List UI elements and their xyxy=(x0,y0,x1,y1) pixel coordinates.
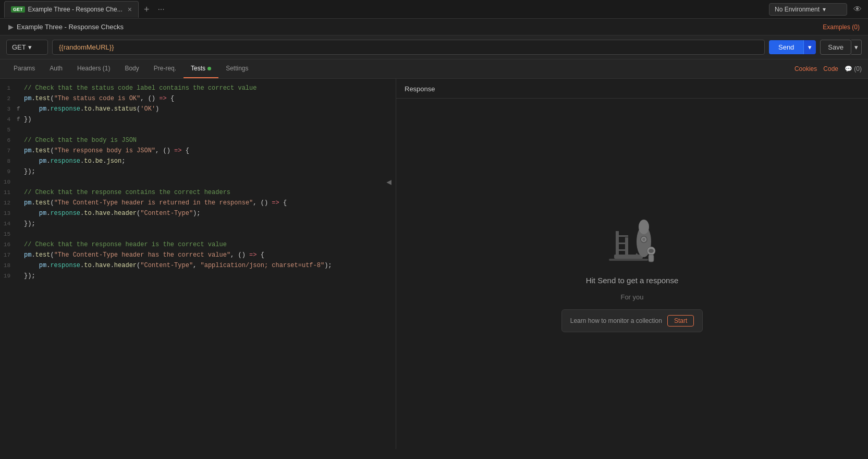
tab-auth[interactable]: Auth xyxy=(42,59,70,78)
add-tab-button[interactable]: + xyxy=(140,5,154,14)
line-prefix: f xyxy=(17,114,24,125)
code-line: 5 xyxy=(0,125,396,135)
response-panel-title: Response xyxy=(405,85,860,98)
line-number: 11 xyxy=(2,187,17,198)
line-code: pm.response.to.be.json; xyxy=(24,156,125,166)
tab-headers[interactable]: Headers (1) xyxy=(70,59,117,78)
line-number: 19 xyxy=(2,271,17,281)
line-code: pm.test("The Content-Type header is retu… xyxy=(24,198,287,208)
line-number: 3 xyxy=(2,104,17,114)
tests-code-editor[interactable]: 1// Check that the status code label con… xyxy=(0,79,396,449)
code-lines: 1// Check that the status code label con… xyxy=(0,79,396,285)
svg-rect-4 xyxy=(616,235,628,237)
code-line: 16// Check that the response header is t… xyxy=(0,239,396,250)
line-number: 15 xyxy=(2,229,17,239)
svg-rect-1 xyxy=(609,259,648,261)
code-line: 9}); xyxy=(0,166,396,177)
examples-link[interactable]: Examples (0) xyxy=(823,23,860,31)
code-link[interactable]: Code xyxy=(823,65,838,73)
environment-selector[interactable]: No Environment ▾ xyxy=(769,3,847,16)
tab-tests-active-dot xyxy=(207,67,211,70)
url-input[interactable] xyxy=(52,40,765,55)
line-number: 2 xyxy=(2,93,17,104)
more-tabs-button[interactable]: ··· xyxy=(153,5,168,14)
line-prefix: f xyxy=(17,104,24,114)
line-number: 9 xyxy=(2,166,17,177)
line-number: 7 xyxy=(2,146,17,156)
request-row: GET ▾ Send ▾ Save ▾ xyxy=(0,35,868,59)
comments-link[interactable]: 💬 (0) xyxy=(845,65,862,73)
method-selector[interactable]: GET ▾ xyxy=(6,40,48,55)
line-number: 14 xyxy=(2,219,17,229)
code-line: 17pm.test("The Content-Type header has t… xyxy=(0,250,396,260)
monitor-collection-text: Learn how to monitor a collection xyxy=(570,317,662,324)
svg-rect-5 xyxy=(616,243,628,244)
send-button[interactable]: Send xyxy=(769,40,803,54)
line-code: pm.test("The Content-Type header has the… xyxy=(24,250,264,260)
tab-body[interactable]: Body xyxy=(117,59,146,78)
line-code: // Check that the body is JSON xyxy=(24,135,137,146)
code-line: 6// Check that the body is JSON xyxy=(0,135,396,146)
line-code: }); xyxy=(24,219,35,229)
line-number: 5 xyxy=(2,125,17,135)
code-line: 19}); xyxy=(0,271,396,281)
tab-title: Example Three - Response Che... xyxy=(28,6,123,13)
svg-rect-6 xyxy=(616,249,628,251)
svg-point-10 xyxy=(642,238,645,241)
save-dropdown-button[interactable]: ▾ xyxy=(851,40,862,55)
code-line: 12pm.test("The Content-Type header is re… xyxy=(0,198,396,208)
code-line: 4f}) xyxy=(0,114,396,125)
line-number: 16 xyxy=(2,239,17,250)
response-empty-state: Hit Send to get a response For you Learn… xyxy=(396,99,868,449)
line-number: 13 xyxy=(2,208,17,219)
request-tabs-row: Params Auth Headers (1) Body Pre-req. Te… xyxy=(0,59,868,79)
line-code: // Check that the response contains the … xyxy=(24,187,230,198)
breadcrumb-row: ▶ Example Three - Response Checks Exampl… xyxy=(0,19,868,35)
save-button[interactable]: Save xyxy=(820,40,851,55)
tab-tests[interactable]: Tests xyxy=(184,59,218,78)
tab-close-icon[interactable]: × xyxy=(128,5,132,14)
method-dropdown-arrow-icon: ▾ xyxy=(28,43,32,51)
line-code: }); xyxy=(24,271,35,281)
line-code: pm.response.to.have.header("Content-Type… xyxy=(24,260,332,271)
line-code: }) xyxy=(24,114,31,125)
line-code: }); xyxy=(24,166,35,177)
tab-method-badge: GET xyxy=(11,6,25,13)
monitor-collection-card: Learn how to monitor a collection Start xyxy=(561,309,703,332)
svg-rect-12 xyxy=(649,255,654,262)
code-line: 14}); xyxy=(0,219,396,229)
line-number: 17 xyxy=(2,250,17,260)
code-line: 3f pm.response.to.have.status('OK') xyxy=(0,104,396,114)
svg-point-8 xyxy=(639,220,649,234)
line-code: // Check that the status code label cont… xyxy=(24,83,256,93)
code-line: 15 xyxy=(0,229,396,239)
line-number: 6 xyxy=(2,135,17,146)
tab-params[interactable]: Params xyxy=(6,59,42,78)
method-label: GET xyxy=(12,43,26,51)
line-code: pm.test("The status code is OK", () => { xyxy=(24,93,174,104)
code-line: 8 pm.response.to.be.json; xyxy=(0,156,396,166)
start-monitor-button[interactable]: Start xyxy=(667,315,694,327)
response-panel: Response xyxy=(396,79,868,449)
line-number: 4 xyxy=(2,114,17,125)
line-code: pm.response.to.have.status('OK') xyxy=(24,104,159,114)
tab-settings[interactable]: Settings xyxy=(218,59,255,78)
tab-prereq[interactable]: Pre-req. xyxy=(146,59,184,78)
main-content: 1// Check that the status code label con… xyxy=(0,79,868,449)
active-tab[interactable]: GET Example Three - Response Che... × xyxy=(4,1,139,18)
collapse-panel-icon[interactable]: ◀ xyxy=(386,177,392,187)
line-number: 12 xyxy=(2,198,17,208)
line-number: 8 xyxy=(2,156,17,166)
code-line: 18 pm.response.to.have.header("Content-T… xyxy=(0,260,396,271)
line-code: pm.response.to.have.header("Content-Type… xyxy=(24,208,201,219)
svg-point-13 xyxy=(649,249,654,253)
cookies-link[interactable]: Cookies xyxy=(794,65,817,73)
send-dropdown-button[interactable]: ▾ xyxy=(803,40,816,54)
line-code: // Check that the response header is the… xyxy=(24,239,227,250)
comments-count: (0) xyxy=(854,65,862,73)
environment-eye-button[interactable]: 👁 xyxy=(851,3,864,16)
environment-label: No Environment xyxy=(775,6,820,13)
line-number: 1 xyxy=(2,83,17,93)
code-line: 11// Check that the response contains th… xyxy=(0,187,396,198)
line-code: pm.test("The response body is JSON", () … xyxy=(24,146,189,156)
